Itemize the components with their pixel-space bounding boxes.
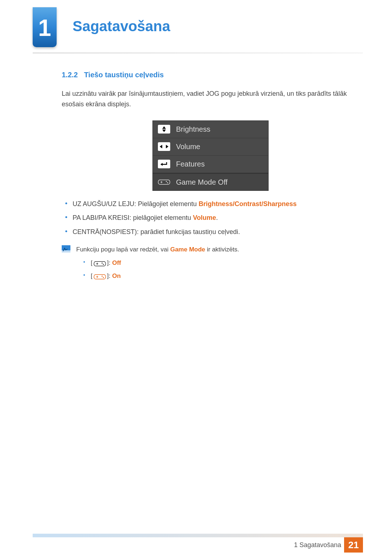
osd-panel: Brightness Volume Features xyxy=(152,120,269,191)
chapter-number-tab: 1 xyxy=(33,7,57,47)
page-header: 1 Sagatavošana xyxy=(0,7,392,51)
osd-label: Features xyxy=(176,158,205,170)
note-sublist: []: Off []: On xyxy=(76,258,359,281)
state-off: Off xyxy=(112,259,121,266)
osd-label: Brightness xyxy=(176,123,211,135)
osd-row-gamemode: Game Mode Off xyxy=(153,173,268,190)
highlight: Brightness/Contrast/Sharpness xyxy=(199,200,297,208)
left-right-icon xyxy=(158,142,170,151)
list-item: UZ AUGŠU/UZ LEJU: Pielāgojiet elementu B… xyxy=(62,199,359,209)
text: . xyxy=(216,214,218,221)
highlight: Game Mode xyxy=(170,246,205,253)
note-block: Funkciju pogu lapā var redzēt, vai Game … xyxy=(62,245,359,284)
osd-label: Volume xyxy=(176,141,200,152)
osd-row-features: Features xyxy=(153,156,268,173)
text: [ xyxy=(91,259,93,266)
footer-divider xyxy=(33,534,363,537)
svg-point-8 xyxy=(167,182,168,183)
list-item: PA LABI/PA KREISI: pielāgojiet elementu … xyxy=(62,213,359,223)
osd-row-brightness: Brightness xyxy=(153,121,268,138)
page-body: 1.2.2 Tiešo taustiņu ceļvedis Lai uzzinā… xyxy=(62,69,359,284)
svg-point-14 xyxy=(103,264,104,265)
state-on: On xyxy=(112,272,121,279)
intro-paragraph: Lai uzzinātu vairāk par īsinājumtaustiņi… xyxy=(62,89,359,110)
text: ir aktivizēts. xyxy=(205,246,239,253)
section-heading: 1.2.2 Tiešo taustiņu ceļvedis xyxy=(62,69,359,81)
enter-icon xyxy=(158,160,170,168)
text: [ xyxy=(91,272,93,279)
text: ]: xyxy=(107,259,112,266)
instruction-list: UZ AUGŠU/UZ LEJU: Pielāgojiet elementu B… xyxy=(62,199,359,237)
footer-page-number: 21 xyxy=(344,537,363,553)
text: ]: xyxy=(107,272,112,279)
note-icon xyxy=(62,245,70,253)
text: UZ AUGŠU/UZ LEJU: Pielāgojiet elementu xyxy=(73,200,199,208)
chapter-title: Sagatavošana xyxy=(73,18,170,34)
page-footer: 1 Sagatavošana 21 xyxy=(0,534,392,554)
svg-marker-3 xyxy=(166,145,168,148)
svg-point-18 xyxy=(103,277,104,278)
gamepad-icon xyxy=(93,271,106,281)
section-number: 1.2.2 xyxy=(62,71,78,79)
text: CENTRĀ(NOSPIEST): parādiet funkcijas tau… xyxy=(73,228,240,235)
list-item: []: On xyxy=(76,271,359,281)
osd-row-volume: Volume xyxy=(153,138,268,156)
text: Funkciju pogu lapā var redzēt, vai xyxy=(76,246,170,253)
text: PA LABI/PA KREISI: pielāgojiet elementu xyxy=(73,214,193,221)
gamepad-icon xyxy=(93,258,106,268)
list-item: CENTRĀ(NOSPIEST): parādiet funkcijas tau… xyxy=(62,227,359,237)
svg-marker-1 xyxy=(162,130,166,132)
section-title: Tiešo taustiņu ceļvedis xyxy=(84,71,164,79)
svg-marker-2 xyxy=(160,145,162,148)
up-down-icon xyxy=(158,125,170,134)
svg-marker-0 xyxy=(162,126,166,129)
osd-label: Game Mode Off xyxy=(176,176,228,188)
svg-point-13 xyxy=(102,262,103,263)
svg-point-17 xyxy=(102,275,103,276)
list-item: []: Off xyxy=(76,258,359,268)
gamepad-icon xyxy=(158,178,170,186)
svg-marker-4 xyxy=(160,163,163,166)
svg-point-7 xyxy=(166,181,167,182)
footer-chapter-label: 1 Sagatavošana xyxy=(294,541,341,549)
highlight: Volume xyxy=(193,214,216,221)
header-divider xyxy=(33,53,363,53)
note-body: Funkciju pogu lapā var redzēt, vai Game … xyxy=(76,245,359,284)
